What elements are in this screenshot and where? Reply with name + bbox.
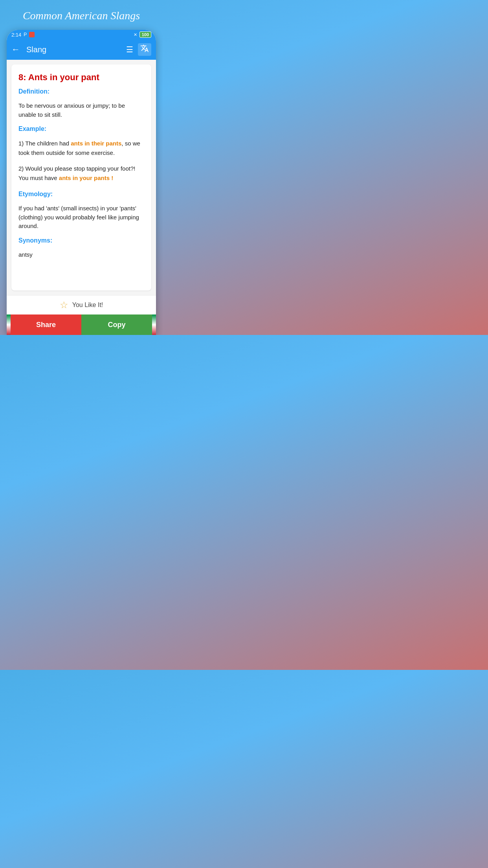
like-text: You Like It!: [72, 302, 103, 309]
etymology-text: If you had 'ants' (small insects) in you…: [18, 204, 144, 231]
slang-card: 8: Ants in your pant Definition: To be n…: [11, 64, 151, 291]
back-button[interactable]: ←: [11, 44, 20, 55]
star-icon[interactable]: ☆: [60, 300, 68, 311]
slang-title: 8: Ants in your pant: [18, 72, 144, 83]
flag-right: [152, 314, 156, 335]
app-bar-right: ☰: [126, 43, 151, 56]
translate-icon[interactable]: [138, 43, 151, 56]
content-area: 8: Ants in your pant Definition: To be n…: [7, 60, 156, 295]
slang-number: 8:: [18, 72, 26, 82]
example-2: 2) Would you please stop tapping your fo…: [18, 164, 144, 183]
status-right: ✕ 100: [134, 31, 151, 38]
menu-icon[interactable]: ☰: [126, 45, 133, 54]
synonyms-text: antsy: [18, 250, 144, 259]
status-time: 2:14: [11, 32, 21, 38]
notification-icon: [29, 32, 35, 37]
parking-icon: P: [24, 32, 27, 37]
example1-highlight: ants in their pants: [71, 140, 121, 147]
phone-frame: 2:14 P ✕ 100 ← Slang ☰ 8: Ant: [7, 30, 156, 335]
etymology-label: Etymology:: [18, 191, 144, 198]
flag-left: [7, 314, 11, 335]
example-1: 1) The children had ants in their pants,…: [18, 139, 144, 158]
example2-highlight: ants in your pants !: [59, 175, 113, 181]
synonyms-label: Synonyms:: [18, 237, 144, 244]
status-left: 2:14 P: [11, 32, 35, 38]
app-bar-left: ← Slang: [11, 44, 46, 55]
share-button[interactable]: Share: [11, 314, 81, 335]
example1-before: 1) The children had: [18, 140, 71, 147]
app-bar-title: Slang: [26, 45, 46, 54]
close-icon: ✕: [134, 32, 137, 37]
definition-text: To be nervous or anxious or jumpy; to be…: [18, 101, 144, 119]
app-title: Common American Slangs: [15, 0, 148, 30]
bottom-buttons: Share Copy: [7, 314, 156, 335]
app-bar: ← Slang ☰: [7, 39, 156, 60]
like-area: ☆ You Like It!: [7, 295, 156, 314]
slang-name-text: Ants in your pant: [28, 72, 99, 82]
status-bar: 2:14 P ✕ 100: [7, 30, 156, 39]
copy-button[interactable]: Copy: [81, 314, 152, 335]
example-label: Example:: [18, 125, 144, 132]
battery-indicator: 100: [139, 31, 151, 38]
definition-label: Definition:: [18, 88, 144, 95]
